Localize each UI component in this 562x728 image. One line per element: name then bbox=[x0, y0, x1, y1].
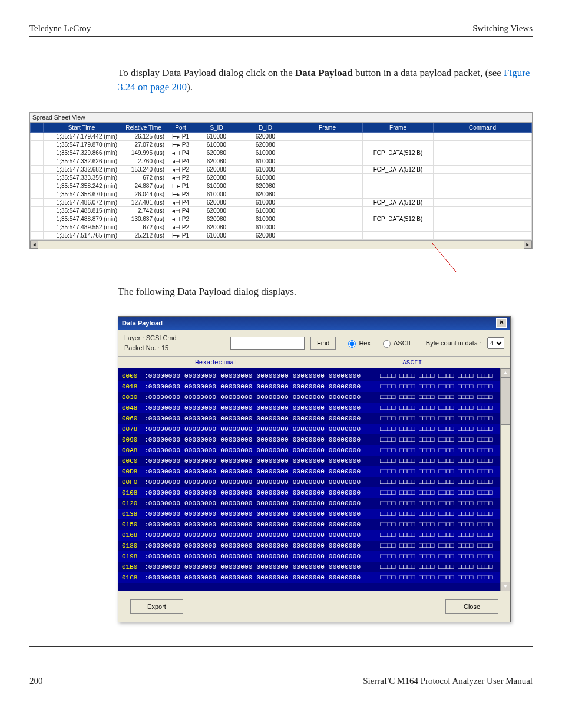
paragraph-1: To display Data Payload dialog click on … bbox=[118, 66, 533, 94]
dp-body: 0000:00000000 00000000 00000000 00000000… bbox=[118, 368, 510, 591]
table-row[interactable]: 1;35:547.332.682 (min)153.240 (us)◂⊣ P26… bbox=[31, 165, 532, 173]
header-left: Teledyne LeCroy bbox=[29, 24, 91, 34]
scroll-left-icon[interactable]: ◄ bbox=[30, 241, 38, 249]
export-button[interactable]: Export bbox=[130, 599, 183, 614]
table-row[interactable]: 1;35:547.488.815 (min)2.742 (us)◂⊣ P4620… bbox=[31, 206, 532, 215]
dp-hex-row: 00A8:00000000 00000000 00000000 00000000… bbox=[118, 445, 510, 456]
dp-packet-label: Packet No. : 15 bbox=[124, 343, 224, 353]
ssv-table: Start TimeRelative TimePortS_IDD_IDFrame… bbox=[30, 123, 532, 240]
dp-hex-row: 0120:00000000 00000000 00000000 00000000… bbox=[118, 498, 510, 509]
dp-layer-label: Layer : SCSI Cmd bbox=[124, 333, 224, 343]
ssv-col-header[interactable]: Port bbox=[167, 123, 194, 132]
dp-hex-row: 0168:00000000 00000000 00000000 00000000… bbox=[118, 530, 510, 541]
dp-hex-row: 0030:00000000 00000000 00000000 00000000… bbox=[118, 392, 510, 403]
ssv-col-header[interactable]: Relative Time bbox=[120, 123, 167, 132]
table-row[interactable]: 1;35:547.179.870 (min)27.072 (us)⊢▸ P361… bbox=[31, 140, 532, 149]
dp-hex-row: 0048:00000000 00000000 00000000 00000000… bbox=[118, 403, 510, 413]
header-right: Switching Views bbox=[472, 24, 533, 34]
col-ascii-header: ASCII bbox=[315, 357, 511, 368]
table-row[interactable]: 1;35:547.358.242 (min)24.887 (us)⊢▸ P161… bbox=[31, 182, 532, 190]
table-row[interactable]: 1;35:547.358.670 (min)26.044 (us)⊢▸ P361… bbox=[31, 190, 532, 198]
bytecount-label: Byte count in data : bbox=[426, 340, 481, 347]
dp-hex-row: 0138:00000000 00000000 00000000 00000000… bbox=[118, 509, 510, 519]
scroll-down-icon[interactable]: ▼ bbox=[501, 582, 510, 591]
dp-hex-row: 0180:00000000 00000000 00000000 00000000… bbox=[118, 541, 510, 551]
table-row[interactable]: 1;35:547.514.765 (min)25.212 (us)⊢▸ P161… bbox=[31, 231, 532, 239]
dp-vertical-scrollbar[interactable]: ▲ ▼ bbox=[500, 368, 510, 591]
ssv-col-header[interactable]: Command bbox=[434, 123, 532, 132]
ssv-col-header[interactable]: Frame bbox=[292, 123, 363, 132]
table-row[interactable]: 1;35:547.489.552 (min)672 (ns)◂⊣ P262008… bbox=[31, 223, 532, 231]
ssv-col-header[interactable]: Frame bbox=[363, 123, 434, 132]
dp-hex-row: 00F0:00000000 00000000 00000000 00000000… bbox=[118, 477, 510, 487]
dp-title: Data Payload bbox=[122, 319, 163, 327]
callout-line bbox=[29, 249, 533, 267]
ssv-col-header[interactable]: Start Time bbox=[44, 123, 120, 132]
scroll-right-icon[interactable]: ► bbox=[524, 241, 532, 249]
table-row[interactable]: 1;35:547.329.866 (min)149.995 (us)◂⊣ P46… bbox=[31, 149, 532, 157]
find-button[interactable]: Find bbox=[310, 337, 336, 350]
scroll-thumb[interactable] bbox=[501, 378, 510, 425]
hex-radio[interactable]: Hex bbox=[345, 338, 371, 348]
dp-hex-row: 01B0:00000000 00000000 00000000 00000000… bbox=[118, 562, 510, 572]
table-row[interactable]: 1;35:547.179.442 (min)26.125 (us)⊢▸ P161… bbox=[31, 132, 532, 140]
close-button[interactable]: Close bbox=[445, 599, 498, 614]
dp-hex-row: 0018:00000000 00000000 00000000 00000000… bbox=[118, 381, 510, 392]
dp-hex-row: 00C0:00000000 00000000 00000000 00000000… bbox=[118, 456, 510, 466]
ascii-radio[interactable]: ASCII bbox=[380, 338, 411, 348]
svg-line-0 bbox=[432, 243, 456, 272]
dp-hex-row: 0078:00000000 00000000 00000000 00000000… bbox=[118, 424, 510, 434]
dp-hex-row: 00D8:00000000 00000000 00000000 00000000… bbox=[118, 466, 510, 477]
dp-hex-row: 0198:00000000 00000000 00000000 00000000… bbox=[118, 551, 510, 562]
find-input[interactable] bbox=[230, 337, 305, 350]
dp-hex-row: 01C8:00000000 00000000 00000000 00000000… bbox=[118, 572, 510, 583]
spreadsheet-view-figure: Spread Sheet View Start TimeRelative Tim… bbox=[29, 112, 533, 267]
dp-hex-row: 0060:00000000 00000000 00000000 00000000… bbox=[118, 413, 510, 424]
dp-hex-row: 0090:00000000 00000000 00000000 00000000… bbox=[118, 434, 510, 445]
dp-hex-row: 0108:00000000 00000000 00000000 00000000… bbox=[118, 487, 510, 498]
page-number: 200 bbox=[29, 676, 43, 686]
table-row[interactable]: 1;35:547.486.072 (min)127.401 (us)◂⊣ P46… bbox=[31, 198, 532, 206]
table-row[interactable]: 1;35:547.333.355 (min)672 (ns)◂⊣ P262008… bbox=[31, 173, 532, 182]
scroll-up-icon[interactable]: ▲ bbox=[501, 368, 510, 378]
data-payload-dialog: Data Payload ✕ Layer : SCSI Cmd Packet N… bbox=[118, 316, 511, 622]
ssv-title: Spread Sheet View bbox=[30, 113, 532, 123]
header-rule bbox=[29, 36, 533, 37]
table-row[interactable]: 1;35:547.332.626 (min)2.760 (us)◂⊣ P4620… bbox=[31, 157, 532, 165]
paragraph-2: The following Data Payload dialog displa… bbox=[118, 285, 533, 299]
footer-right: SierraFC M164 Protocol Analyzer User Man… bbox=[363, 676, 533, 686]
ssv-col-header[interactable]: D_ID bbox=[239, 123, 292, 132]
col-hex-header: Hexadecimal bbox=[118, 357, 315, 368]
dp-hex-row: 0000:00000000 00000000 00000000 00000000… bbox=[118, 371, 510, 381]
bytecount-select[interactable]: 4 bbox=[487, 337, 504, 349]
table-row[interactable]: 1;35:547.488.879 (min)130.637 (us)◂⊣ P26… bbox=[31, 215, 532, 223]
footer-rule bbox=[29, 646, 533, 647]
ssv-col-header[interactable]: S_ID bbox=[194, 123, 239, 132]
dp-hex-row: 0150:00000000 00000000 00000000 00000000… bbox=[118, 519, 510, 530]
close-icon[interactable]: ✕ bbox=[496, 318, 507, 328]
